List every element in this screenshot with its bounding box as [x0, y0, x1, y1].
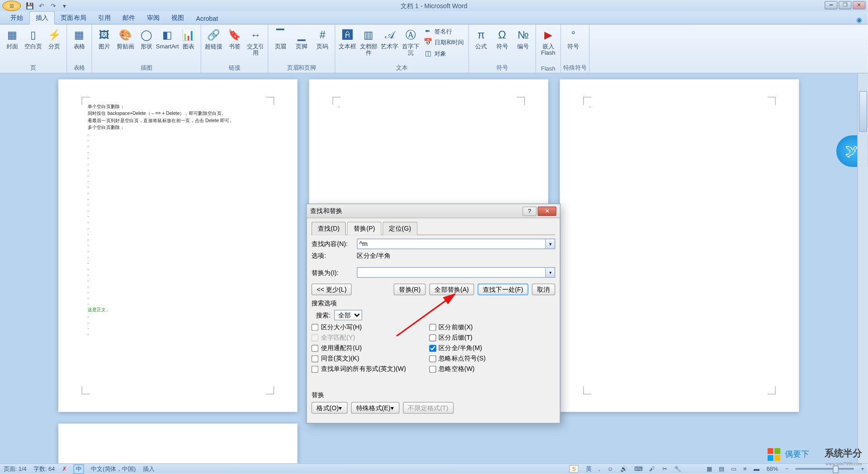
check-option[interactable]: 区分大小写(H) — [311, 322, 406, 331]
view-web-icon[interactable]: ▭ — [731, 465, 736, 472]
dialog-close-button[interactable]: ✕ — [538, 206, 556, 216]
header-button[interactable]: ▔页眉 — [271, 26, 291, 50]
tab-view[interactable]: 视图 — [165, 12, 190, 24]
page-break-button[interactable]: ⚡分页 — [44, 26, 64, 50]
check-option[interactable]: 忽略空格(W) — [429, 365, 486, 373]
symbol-button[interactable]: Ω符号 — [492, 26, 512, 50]
ime-scissor-icon[interactable]: ✂ — [662, 465, 667, 472]
qat-more-icon[interactable]: ▾ — [61, 2, 69, 10]
tab-mailings[interactable]: 邮件 — [117, 12, 141, 24]
datetime-button[interactable]: 📅日期和时间 — [422, 37, 466, 47]
bookmark-button[interactable]: 🔖书签 — [225, 26, 245, 50]
ime-lang[interactable]: 英 — [586, 465, 592, 473]
tab-find[interactable]: 查找(D) — [311, 222, 346, 235]
check-option[interactable]: 区分全/半角(M) — [429, 344, 486, 352]
replace-button[interactable]: 替换(R) — [394, 284, 426, 295]
group-flash: ▶嵌入Flash Flash — [536, 24, 561, 73]
tab-layout[interactable]: 页面布局 — [55, 12, 92, 24]
cross-ref-button[interactable]: ↔交叉引用 — [245, 26, 265, 56]
less-button[interactable]: << 更少(L) — [311, 284, 352, 295]
replace-all-button[interactable]: 全部替换(A) — [429, 284, 474, 295]
chart-button[interactable]: 📊图表 — [179, 26, 198, 50]
zoom-slider[interactable] — [796, 468, 854, 470]
check-option[interactable]: 区分后缀(T) — [429, 333, 486, 342]
ime-keyboard-icon[interactable]: ⌨ — [634, 465, 642, 472]
clipart-button[interactable]: 🎨剪贴画 — [115, 26, 135, 50]
redo-icon[interactable]: ↷ — [49, 2, 57, 10]
check-option[interactable]: 查找单词的所有形式(英文)(W) — [311, 365, 406, 373]
ime-pen-icon[interactable]: 🖋 — [649, 465, 655, 472]
office-button[interactable]: ⊞ — [2, 0, 21, 11]
ime-wrench-icon[interactable]: 🔧 — [674, 465, 681, 472]
table-button[interactable]: ▦表格 — [70, 26, 90, 50]
blank-page-button[interactable]: ▯空白页 — [24, 26, 43, 50]
page-3[interactable]: . — [560, 79, 799, 412]
check-option[interactable]: 同音(英文)(K) — [311, 354, 406, 363]
ime-sound-icon[interactable]: 🔊 — [620, 465, 627, 472]
sogou-ime-icon[interactable]: S — [569, 465, 579, 473]
quickparts-button[interactable]: ▥文档部件 — [359, 26, 378, 56]
tab-insert[interactable]: 插入 — [29, 11, 55, 25]
page-4[interactable] — [58, 424, 297, 464]
hyperlink-button[interactable]: 🔗超链接 — [203, 26, 223, 50]
status-page[interactable]: 页面: 1/4 — [4, 465, 27, 473]
group-special: °符号 特殊符号 — [561, 24, 590, 73]
smartart-button[interactable]: ◧SmartArt — [157, 26, 177, 50]
view-print-layout-icon[interactable]: ▦ — [707, 465, 712, 472]
textbox-button[interactable]: 🅰文本框 — [338, 26, 358, 50]
proofing-icon[interactable]: ✗ — [62, 465, 66, 472]
maximize-button[interactable]: ❐ — [839, 1, 851, 9]
tab-acrobat[interactable]: Acrobat — [190, 14, 224, 24]
dialog-help-button[interactable]: ? — [523, 206, 537, 216]
check-option[interactable]: 区分前缀(X) — [429, 322, 486, 331]
wordart-button[interactable]: 𝒜艺术字 — [380, 26, 400, 50]
close-button[interactable]: ✕ — [853, 1, 865, 9]
special-format-button[interactable]: 特殊格式(E) ▾ — [351, 402, 399, 414]
tab-home[interactable]: 开始 — [5, 12, 29, 24]
tab-review[interactable]: 审阅 — [141, 12, 165, 24]
vertical-scrollbar[interactable] — [857, 74, 868, 464]
status-words[interactable]: 字数: 64 — [33, 465, 55, 473]
view-outline-icon[interactable]: ≡ — [743, 465, 747, 472]
equation-button[interactable]: π公式 — [471, 26, 491, 50]
help-icon[interactable]: ◉ — [856, 16, 862, 24]
check-option[interactable]: 忽略标点符号(S) — [429, 354, 486, 363]
number-button[interactable]: №编号 — [513, 26, 533, 50]
replace-dropdown-icon[interactable]: ▾ — [546, 267, 555, 278]
ime-face-icon[interactable]: ☺ — [607, 465, 613, 472]
footer-button[interactable]: ▁页脚 — [292, 26, 311, 50]
page-1[interactable]: 单个空白页删除： 同时按住 backspace+Delete（←== + Del… — [58, 79, 297, 412]
zoom-out-button[interactable]: − — [785, 465, 789, 472]
dropcap-button[interactable]: Ⓐ首字下沉 — [401, 26, 420, 56]
shapes-button[interactable]: ◯形状 — [137, 26, 156, 50]
find-next-button[interactable]: 查找下一处(F) — [477, 284, 528, 295]
search-scope-select[interactable]: 全部 — [334, 310, 362, 320]
object-button[interactable]: ◫对象 — [422, 48, 466, 58]
picture-button[interactable]: 🖼图片 — [94, 26, 114, 50]
cancel-button[interactable]: 取消 — [532, 284, 555, 295]
view-reading-icon[interactable]: ▤ — [719, 465, 724, 472]
find-dropdown-icon[interactable]: ▾ — [546, 239, 555, 249]
zoom-percent[interactable]: 68% — [766, 465, 778, 472]
find-input[interactable] — [357, 239, 546, 249]
view-draft-icon[interactable]: ▬ — [754, 465, 760, 472]
special-symbol-button[interactable]: °符号 — [563, 26, 583, 50]
cover-page-button[interactable]: ▦封面 — [2, 26, 22, 50]
tab-references[interactable]: 引用 — [92, 12, 117, 24]
save-icon[interactable]: 💾 — [26, 2, 34, 10]
minimize-button[interactable]: ━ — [825, 1, 837, 9]
dialog-titlebar[interactable]: 查找和替换 ? ✕ — [307, 204, 560, 218]
format-button[interactable]: 格式(O) ▾ — [311, 402, 348, 414]
tab-goto[interactable]: 定位(G) — [382, 222, 417, 235]
tab-replace[interactable]: 替换(P) — [347, 222, 382, 235]
status-mode[interactable]: 插入 — [143, 465, 155, 473]
undo-icon[interactable]: ↶ — [38, 2, 46, 10]
flash-button[interactable]: ▶嵌入Flash — [538, 26, 558, 56]
signature-line-button[interactable]: ✒签名行 — [422, 26, 466, 36]
replace-input[interactable] — [357, 267, 546, 278]
check-option[interactable]: 使用通配符(U) — [311, 344, 406, 352]
page-number-button[interactable]: #页码 — [312, 26, 332, 50]
document-area[interactable]: 单个空白页删除： 同时按住 backspace+Delete（←== + Del… — [0, 74, 868, 464]
status-language[interactable]: 中文(简体，中国) — [91, 465, 136, 473]
lang-indicator-icon[interactable]: 中 — [74, 464, 84, 474]
